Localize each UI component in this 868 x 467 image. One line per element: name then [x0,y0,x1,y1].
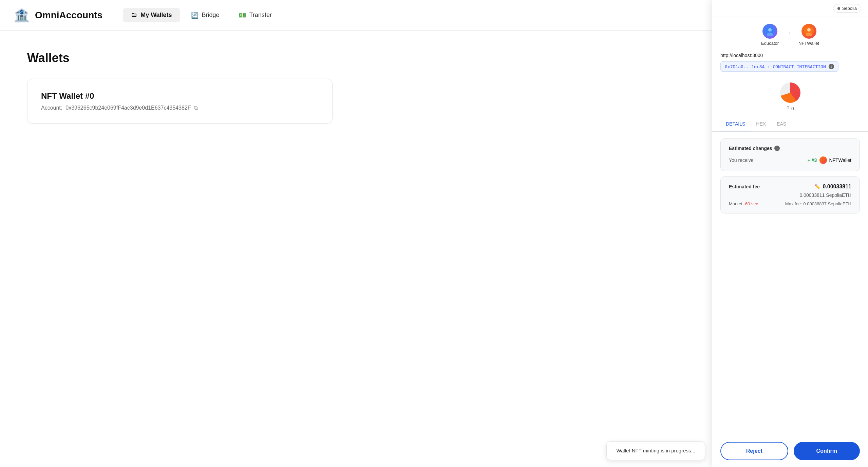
fee-footer: Market -60 sec Max fee: 0.00038837 Sepol… [729,201,851,206]
contract-info-icon[interactable]: i [829,64,834,69]
wallet-name: NFT Wallet #0 [41,91,319,101]
token-count-row: ? 0 [786,106,794,112]
question-mark: ? [786,106,789,112]
fee-max: Max fee: 0.00038837 SepoliaETH [785,201,851,206]
to-account: NFTWallet [798,24,819,46]
edit-fee-icon[interactable]: ✏️ [815,184,820,189]
panel-topbar: Sepolia [712,0,868,17]
tab-details[interactable]: DETAILS [720,117,751,131]
arrow-right-icon: → [786,30,792,37]
you-receive-label: You receive [729,157,754,163]
reject-button[interactable]: Reject [720,442,788,460]
panel-tabs: DETAILS HEX EAS [712,117,868,132]
fee-amount: 0.00033811 [823,184,851,190]
wallet-card: NFT Wallet #0 Account: 0x396265c9b24e069… [27,79,333,124]
wallets-icon: 🗂 [131,12,137,19]
panel-actions: Reject Confirm [712,435,868,467]
token-icon [780,82,800,103]
from-account: Educator [761,24,779,46]
metamask-panel: Sepolia Educator → [712,0,868,467]
app-name: OmniAccounts [35,10,102,21]
to-account-name: NFTWallet [798,41,819,46]
tab-hex[interactable]: HEX [751,117,771,131]
transfer-icon: 💵 [239,12,246,19]
panel-content: Estimated changes i You receive + #3 NFT… [712,132,868,435]
fee-eth: 0.00033811 SepoliaETH [729,192,851,198]
tab-eas[interactable]: EAS [771,117,792,131]
account-address: 0x396265c9b24e069fF4ac3d9e0d1E637c435438… [65,105,191,111]
estimated-fee-card: Estimated fee ✏️ 0.00033811 0.00033811 S… [720,176,860,213]
app-container: 🏦 OmniAccounts 🗂 My Wallets 🔄 Bridge 💵 T… [0,0,868,467]
fee-header: Estimated fee ✏️ 0.00033811 [729,184,851,190]
contract-badge: 0x7D1a0...1dc84 : CONTRACT INTERACTION i [720,61,838,72]
nav-tab-bridge[interactable]: 🔄 Bridge [183,8,228,22]
bridge-icon: 🔄 [191,12,199,19]
fee-market: Market -60 sec [729,201,758,206]
nav-tab-bridge-label: Bridge [202,12,220,19]
receive-value: + #3 NFTWallet [808,156,851,164]
notification-text: Wallet NFT minting is in progress... [616,448,695,453]
origin-url: http://localhost:3000 [720,53,860,58]
panel-network-pill: Sepolia [833,4,861,13]
confirm-button[interactable]: Confirm [794,442,860,460]
nav-tab-my-wallets[interactable]: 🗂 My Wallets [123,8,180,22]
token-icon-area: ? 0 [712,77,868,117]
panel-network-label: Sepolia [842,6,857,11]
fee-label: Estimated fee [729,184,760,189]
account-row: Educator → NFTWallet [712,17,868,53]
educator-avatar [762,24,777,39]
contract-type: CONTRACT INTERACTION [773,64,826,69]
fee-value: ✏️ 0.00033811 [815,184,851,190]
logo-area: 🏦 OmniAccounts [14,8,102,23]
nav-tab-transfer[interactable]: 💵 Transfer [230,8,280,22]
nav-tab-transfer-label: Transfer [249,12,272,19]
svg-point-4 [807,28,811,32]
nav-tabs: 🗂 My Wallets 🔄 Bridge 💵 Transfer [123,8,280,22]
small-nft-avatar [819,156,827,164]
origin-section: http://localhost:3000 0x7D1a0...1dc84 : … [712,53,868,77]
nav-tab-my-wallets-label: My Wallets [140,12,172,19]
account-label: Account: [41,105,62,111]
receive-wallet: NFTWallet [819,156,851,164]
fee-market-time: -60 sec [743,201,758,206]
from-account-name: Educator [761,41,779,46]
receive-row: You receive + #3 NFTWallet [729,156,851,164]
network-dot [837,7,840,10]
estimated-changes-card: Estimated changes i You receive + #3 NFT… [720,138,860,171]
wallet-account: Account: 0x396265c9b24e069fF4ac3d9e0d1E6… [41,105,319,111]
token-count-value: 0 [791,106,794,111]
copy-icon[interactable]: ⧉ [194,105,198,111]
notification-bar: Wallet NFT minting is in progress... [606,441,705,460]
contract-address: 0x7D1a0...1dc84 [725,64,765,69]
receive-badge: + #3 [808,157,817,163]
nft-avatar [801,24,816,39]
changes-info-icon[interactable]: i [774,146,780,151]
estimated-changes-title: Estimated changes i [729,146,851,151]
logo-icon: 🏦 [14,8,30,23]
svg-point-1 [768,28,772,32]
